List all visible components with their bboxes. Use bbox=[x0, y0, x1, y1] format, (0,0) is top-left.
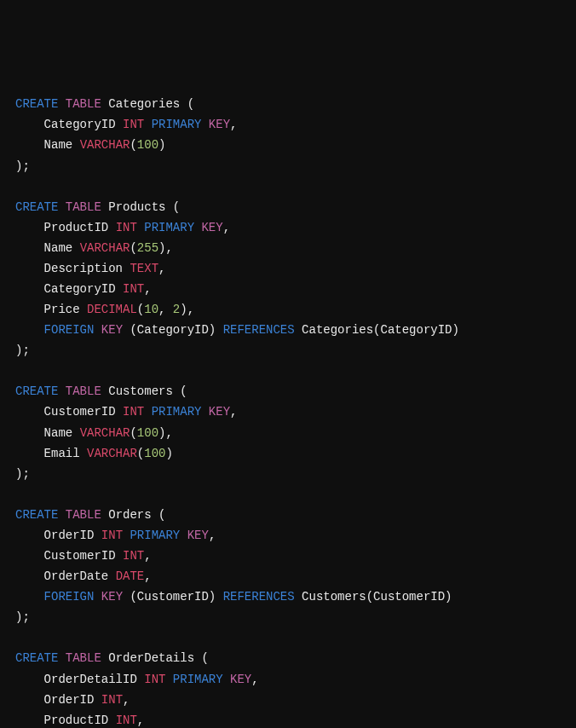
code-token: 100 bbox=[137, 138, 158, 152]
code-line: CREATE TABLE OrderDetails ( bbox=[15, 651, 209, 665]
code-token: INT bbox=[116, 221, 145, 234]
code-line: OrderDetailID INT PRIMARY KEY, bbox=[15, 673, 259, 686]
code-token: ); bbox=[15, 159, 30, 173]
code-token: TABLE bbox=[66, 508, 108, 522]
code-line: CategoryID INT, bbox=[15, 282, 152, 296]
code-token: PRIMARY bbox=[130, 529, 187, 542]
code-token: FOREIGN bbox=[44, 590, 101, 604]
code-line: Email VARCHAR(100) bbox=[15, 447, 173, 460]
code-line: Description TEXT, bbox=[15, 262, 165, 275]
code-token: 10 bbox=[144, 303, 158, 316]
code-line: OrderID INT PRIMARY KEY, bbox=[15, 529, 216, 542]
code-token: CREATE bbox=[15, 651, 66, 665]
code-token: CREATE bbox=[15, 200, 66, 214]
code-token: ( bbox=[137, 447, 144, 460]
code-line: CREATE TABLE Categories ( bbox=[15, 97, 194, 111]
code-token: KEY bbox=[209, 118, 230, 131]
code-token: , bbox=[158, 303, 173, 316]
code-token: CustomerID bbox=[15, 405, 123, 419]
code-token: Customers ( bbox=[108, 384, 187, 398]
code-token: VARCHAR bbox=[80, 138, 130, 152]
code-token: ( bbox=[130, 426, 136, 440]
code-token: DECIMAL bbox=[87, 303, 137, 316]
code-token: Email bbox=[15, 447, 87, 460]
code-token: CREATE bbox=[15, 97, 66, 111]
code-token: 100 bbox=[144, 447, 165, 460]
code-token: TABLE bbox=[66, 651, 108, 665]
code-token: ProductID bbox=[15, 714, 116, 727]
code-token: KEY bbox=[230, 673, 251, 686]
code-token: Customers(CustomerID) bbox=[302, 590, 452, 604]
code-line: ); bbox=[15, 467, 30, 481]
code-token: INT bbox=[123, 282, 144, 296]
sql-code-block: CREATE TABLE Categories ( CategoryID INT… bbox=[15, 94, 561, 728]
code-token: PRIMARY bbox=[152, 405, 209, 419]
code-token: Categories(CategoryID) bbox=[302, 323, 459, 337]
code-token: 255 bbox=[137, 241, 158, 255]
code-token: KEY bbox=[201, 221, 222, 234]
code-line: OrderID INT, bbox=[15, 693, 130, 707]
code-token: REFERENCES bbox=[223, 323, 302, 337]
code-token: , bbox=[137, 714, 144, 727]
code-line: CustomerID INT, bbox=[15, 549, 152, 563]
code-token: Name bbox=[15, 241, 80, 255]
code-token: CREATE bbox=[15, 508, 66, 522]
code-token: CREATE bbox=[15, 384, 66, 398]
code-token: 100 bbox=[137, 426, 158, 440]
code-line: Name VARCHAR(100), bbox=[15, 426, 173, 440]
code-token: INT bbox=[101, 693, 123, 707]
code-token: ) bbox=[158, 138, 165, 152]
code-token: ), bbox=[180, 303, 194, 316]
code-token: , bbox=[144, 549, 151, 563]
code-line: FOREIGN KEY (CustomerID) REFERENCES Cust… bbox=[15, 590, 452, 604]
code-token: PRIMARY bbox=[152, 118, 209, 131]
code-token: VARCHAR bbox=[87, 447, 137, 460]
code-token: OrderDetails ( bbox=[108, 651, 209, 665]
code-line bbox=[15, 488, 22, 501]
code-token: (CustomerID) bbox=[130, 590, 222, 604]
code-token: ( bbox=[130, 138, 136, 152]
code-token: KEY bbox=[101, 323, 130, 337]
code-token: CategoryID bbox=[15, 282, 123, 296]
code-token: Name bbox=[15, 426, 80, 440]
code-line: Name VARCHAR(100) bbox=[15, 138, 165, 152]
code-token: OrderID bbox=[15, 529, 101, 542]
code-token: ( bbox=[130, 241, 136, 255]
code-line: CREATE TABLE Customers ( bbox=[15, 384, 187, 398]
code-token: 2 bbox=[173, 303, 180, 316]
code-token: Price bbox=[15, 303, 87, 316]
code-line bbox=[15, 631, 22, 644]
code-token: CategoryID bbox=[15, 118, 123, 131]
code-token: (CategoryID) bbox=[130, 323, 222, 337]
code-token: , bbox=[230, 405, 237, 419]
code-token: OrderDate bbox=[15, 569, 116, 583]
code-token: ), bbox=[158, 241, 173, 255]
code-token: KEY bbox=[209, 405, 230, 419]
code-token: ); bbox=[15, 467, 30, 481]
code-line: ); bbox=[15, 159, 30, 173]
code-token: , bbox=[158, 262, 165, 275]
code-token: Categories ( bbox=[108, 97, 194, 111]
code-token: TEXT bbox=[130, 262, 158, 275]
code-token: , bbox=[223, 221, 230, 234]
code-line: Name VARCHAR(255), bbox=[15, 241, 173, 255]
code-line: CREATE TABLE Orders ( bbox=[15, 508, 165, 522]
code-token: ) bbox=[165, 447, 172, 460]
code-token: CustomerID bbox=[15, 549, 123, 563]
code-token: INT bbox=[123, 549, 144, 563]
code-token: VARCHAR bbox=[80, 426, 130, 440]
code-token: Orders ( bbox=[108, 508, 165, 522]
code-token: INT bbox=[144, 673, 173, 686]
code-token: PRIMARY bbox=[173, 673, 230, 686]
code-token: PRIMARY bbox=[144, 221, 201, 234]
code-token: KEY bbox=[101, 590, 130, 604]
code-line: ); bbox=[15, 610, 30, 624]
code-line bbox=[15, 364, 22, 378]
code-line: ProductID INT PRIMARY KEY, bbox=[15, 221, 230, 234]
code-token: , bbox=[251, 673, 258, 686]
code-line: OrderDate DATE, bbox=[15, 569, 152, 583]
code-token: Name bbox=[15, 138, 80, 152]
code-token: INT bbox=[116, 714, 137, 727]
code-token: , bbox=[123, 693, 130, 707]
code-token: OrderID bbox=[15, 693, 101, 707]
